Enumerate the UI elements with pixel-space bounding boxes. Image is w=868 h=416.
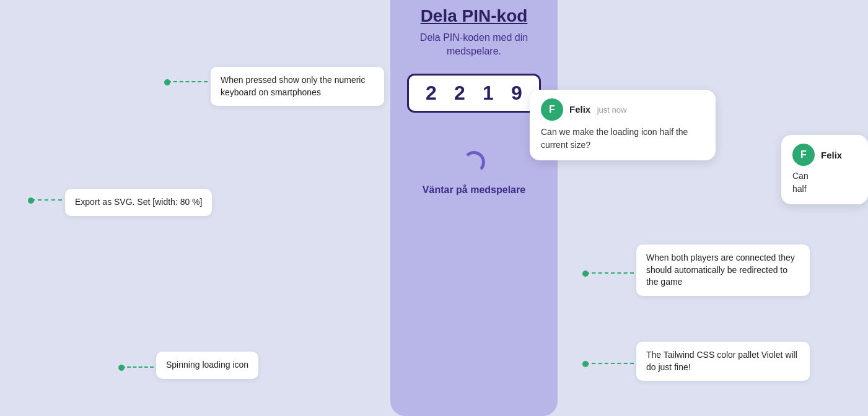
dot-note-keyboard bbox=[164, 79, 170, 85]
comment-text-partial: Canhalf bbox=[792, 170, 857, 196]
connector-note-tailwind bbox=[585, 363, 634, 364]
comment-time: just now bbox=[597, 105, 627, 115]
connector-note-keyboard bbox=[167, 81, 208, 82]
pin-box[interactable]: 2 2 1 9 bbox=[407, 74, 541, 113]
note-keyboard: When pressed show only the numeric keybo… bbox=[211, 67, 384, 106]
dot-note-tailwind bbox=[582, 361, 589, 367]
dot-note-spinner bbox=[118, 365, 125, 371]
comment-author: Felix bbox=[569, 104, 590, 115]
waiting-text: Väntar på medspelare bbox=[423, 184, 525, 196]
pin-digit-4: 9 bbox=[504, 82, 529, 105]
comment-partial-header: F Felix bbox=[792, 144, 857, 166]
connector-note-spinner bbox=[121, 366, 154, 368]
dot-note-export bbox=[28, 197, 34, 204]
comment-bubble-main: F Felix just now Can we make the loading… bbox=[530, 90, 716, 160]
comment-text: Can we make the loading icon half the cu… bbox=[541, 126, 704, 152]
note-spinner: Spinning loading icon bbox=[156, 352, 258, 379]
avatar: F bbox=[541, 98, 563, 121]
pin-digit-2: 2 bbox=[447, 82, 472, 105]
avatar-partial: F bbox=[792, 144, 815, 166]
comment-bubble-partial: F Felix Canhalf bbox=[781, 135, 868, 204]
panel-subtitle: Dela PIN-koden med din medspelare. bbox=[390, 31, 558, 59]
loading-spinner bbox=[462, 150, 486, 175]
comment-author-partial: Felix bbox=[821, 150, 842, 160]
pin-digit-1: 2 bbox=[419, 82, 444, 105]
panel-title: Dela PIN-kod bbox=[408, 6, 540, 26]
comment-header: F Felix just now bbox=[541, 98, 704, 121]
note-redirect: When both players are connected they sho… bbox=[636, 245, 810, 296]
note-tailwind: The Tailwind CSS color pallet Violet wil… bbox=[636, 342, 810, 381]
center-panel: Dela PIN-kod Dela PIN-koden med din meds… bbox=[390, 0, 558, 416]
spinner-arc bbox=[463, 151, 485, 173]
connector-note-redirect bbox=[585, 272, 634, 274]
note-export: Export as SVG. Set [width: 80 %] bbox=[65, 189, 212, 216]
connector-note-export bbox=[31, 199, 62, 201]
pin-digit-3: 1 bbox=[476, 82, 501, 105]
dot-note-redirect bbox=[582, 271, 589, 277]
